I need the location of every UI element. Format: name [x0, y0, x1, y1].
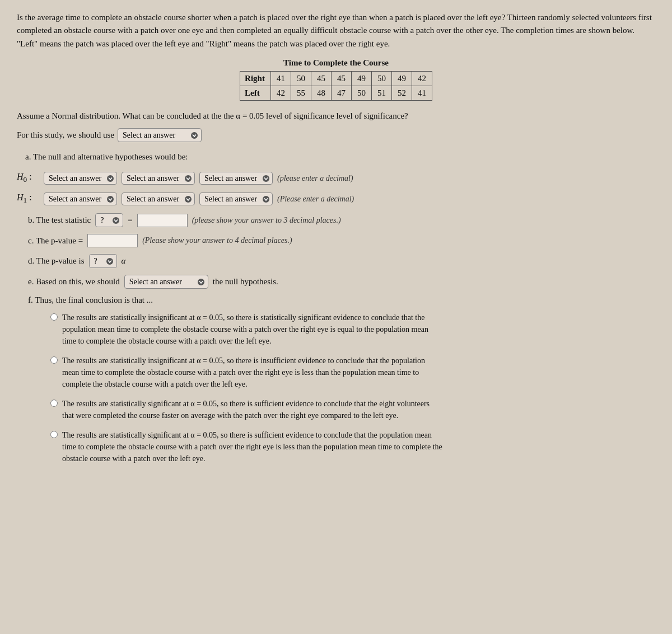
part-f-row: f. Thus, the final conclusion is that ..… — [28, 295, 655, 305]
part-b-hint: (please show your answer to 3 decimal pl… — [192, 216, 341, 225]
part-d-row: d. The p-value is ? α — [28, 254, 655, 268]
part-e-select[interactable]: Select an answer — [124, 275, 208, 289]
part-b-input[interactable] — [137, 214, 188, 227]
part-f-label: f. Thus, the final conclusion is that ..… — [28, 295, 153, 305]
h1-select-1[interactable]: Select an answer — [44, 192, 117, 205]
part-b-row: b. The test statistic ? = (please show y… — [28, 213, 655, 227]
part-e-label: e. Based on this, we should — [28, 277, 120, 287]
parts-section: b. The test statistic ? = (please show y… — [28, 213, 655, 464]
h0-select-1[interactable]: Select an answer — [44, 172, 117, 185]
part-e-suffix: the null hypothesis. — [213, 277, 278, 287]
conclusion-text-1: The results are statistically insignific… — [62, 312, 443, 347]
part-c-input[interactable] — [87, 234, 138, 247]
part-b-select[interactable]: ? — [95, 213, 123, 227]
conclusion-radio-1[interactable] — [50, 313, 58, 321]
h1-row: H1 : Select an answer Select an answer S… — [17, 192, 655, 205]
h1-select-2[interactable]: Select an answer — [122, 192, 195, 205]
part-b-label: b. The test statistic — [28, 215, 91, 225]
conclusion-radio-3[interactable] — [50, 400, 58, 407]
part-c-hint: (Please show your answer to 4 decimal pl… — [142, 236, 292, 245]
data-table: Right4150454549504942Left425548475051524… — [240, 71, 432, 101]
h0-select-2[interactable]: Select an answer — [122, 172, 195, 185]
conclusion-text-4: The results are statistically significan… — [62, 429, 443, 464]
h0-label: H0 : — [17, 172, 39, 184]
h1-select-3[interactable]: Select an answer — [199, 192, 273, 205]
conclusion-option-2[interactable]: The results are statistically insignific… — [50, 355, 655, 390]
part-d-select[interactable]: ? — [89, 254, 117, 268]
conclusion-radio-4[interactable] — [50, 431, 58, 438]
conclusion-section: The results are statistically insignific… — [28, 312, 655, 464]
part-b-eq: = — [128, 215, 132, 225]
for-study-select[interactable]: Select an answer — [118, 128, 202, 142]
page-container: Is the average time to complete an obsta… — [17, 11, 655, 464]
conclusion-text-2: The results are statistically insignific… — [62, 355, 443, 390]
h0-select-3[interactable]: Select an answer — [199, 172, 273, 185]
for-study-row: For this study, we should use Select an … — [17, 128, 655, 142]
h1-hint: (Please enter a decimal) — [277, 195, 354, 204]
conclusion-option-3[interactable]: The results are statistically significan… — [50, 398, 655, 421]
intro-paragraph: Is the average time to complete an obsta… — [17, 11, 655, 50]
part-d-label: d. The p-value is — [28, 256, 85, 266]
part-c-label: c. The p-value = — [28, 236, 83, 246]
part-e-row: e. Based on this, we should Select an an… — [28, 275, 655, 289]
h1-label: H1 : — [17, 192, 39, 205]
table-title: Time to Complete the Course — [17, 58, 655, 68]
conclusion-option-4[interactable]: The results are statistically significan… — [50, 429, 655, 464]
h0-row: H0 : Select an answer Select an answer S… — [17, 172, 655, 185]
conclusion-text-3: The results are statistically significan… — [62, 398, 443, 421]
part-d-alpha: α — [122, 256, 126, 266]
for-study-label: For this study, we should use — [17, 130, 114, 140]
section-a-label: a. The null and alternative hypotheses w… — [17, 152, 655, 162]
conclusion-radio-2[interactable] — [50, 356, 58, 364]
conclusion-option-1[interactable]: The results are statistically insignific… — [50, 312, 655, 347]
part-c-row: c. The p-value = (Please show your answe… — [28, 234, 655, 247]
h0-hint: (please enter a decimal) — [277, 174, 353, 183]
normal-assumption: Assume a Normal distribution. What can b… — [17, 110, 655, 123]
